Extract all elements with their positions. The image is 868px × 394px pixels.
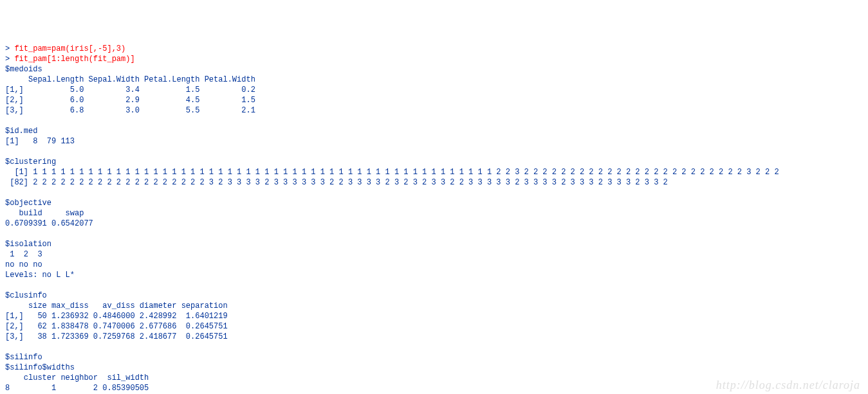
section-header-isolation: $isolation <box>5 240 51 249</box>
r-console[interactable]: > fit_pam=pam(iris[,-5],3) > fit_pam[1:l… <box>5 44 863 394</box>
isolation-labels: 1 2 3 <box>5 250 47 259</box>
clusinfo-row: [3,] 38 1.723369 0.7259768 2.418677 0.26… <box>5 332 228 341</box>
objective-labels: build swap <box>5 209 89 218</box>
clusinfo-row: [2,] 62 1.838478 0.7470006 2.677686 0.26… <box>5 322 228 331</box>
medoids-col-header: Sepal.Length Sepal.Width Petal.Length Pe… <box>5 75 255 84</box>
section-header-clusinfo: $clusinfo <box>5 291 47 300</box>
isolation-levels: Levels: no L L* <box>5 271 75 280</box>
medoids-row: [2,] 6.0 2.9 4.5 1.5 <box>5 96 255 105</box>
section-header-objective: $objective <box>5 199 51 208</box>
silinfo-col-header: cluster neighbor sil_width <box>5 373 149 382</box>
silinfo-row: 8 1 2 0.85390505 <box>5 384 149 393</box>
section-header-silinfo: $silinfo <box>5 353 42 362</box>
command-input: fit_pam[1:length(fit_pam)] <box>14 55 134 64</box>
watermark-text: http://blog.csdn.net/claroja <box>716 380 860 390</box>
medoids-row: [3,] 6.8 3.0 5.5 2.1 <box>5 106 255 115</box>
command-input: fit_pam=pam(iris[,-5],3) <box>14 44 125 53</box>
section-header-medoids: $medoids <box>5 65 42 74</box>
clusinfo-row: [1,] 50 1.236932 0.4846000 2.428992 1.64… <box>5 312 228 321</box>
clusinfo-col-header: size max_diss av_diss diameter separatio… <box>5 301 228 310</box>
prompt: > <box>5 55 14 64</box>
section-header-clustering: $clustering <box>5 157 56 166</box>
prompt: > <box>5 44 14 53</box>
section-header-silinfo-widths: $silinfo$widths <box>5 363 75 372</box>
idmed-values: [1] 8 79 113 <box>5 137 75 146</box>
clustering-line: [1] 1 1 1 1 1 1 1 1 1 1 1 1 1 1 1 1 1 1 … <box>5 168 779 177</box>
clustering-line: [82] 2 2 2 2 2 2 2 2 2 2 2 2 2 2 2 2 2 2… <box>5 178 668 187</box>
objective-values: 0.6709391 0.6542077 <box>5 219 98 228</box>
medoids-row: [1,] 5.0 3.4 1.5 0.2 <box>5 85 255 94</box>
isolation-values: no no no <box>5 260 47 269</box>
section-header-idmed: $id.med <box>5 127 37 136</box>
